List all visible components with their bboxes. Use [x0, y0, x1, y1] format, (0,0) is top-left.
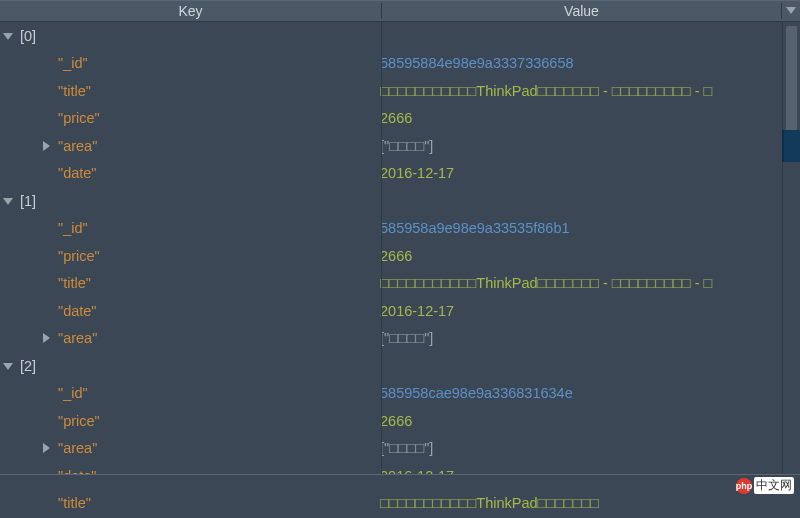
key-text: "title"	[58, 495, 91, 511]
expander-open-icon[interactable]	[2, 195, 14, 207]
key-cell: "title"	[40, 275, 380, 291]
key-cell: "_id"	[40, 385, 380, 401]
key-text: "area"	[58, 138, 97, 154]
value-cell: 585958a9e98e9a33535f86b1	[380, 220, 781, 236]
tree-row[interactable]: "area"["□□□□"]	[0, 132, 781, 160]
key-cell: [0]	[2, 28, 382, 44]
tree-row[interactable]: "date"2016-12-17	[0, 160, 781, 188]
key-text: "title"	[58, 83, 91, 99]
key-text: "date"	[58, 165, 97, 181]
tree-row[interactable]: "_id"585958cae98e9a336831634e	[0, 380, 781, 408]
value-cell: 2666	[380, 248, 781, 264]
value-cell: 2016-12-17	[380, 303, 781, 319]
value-cell: ["□□□□"]	[380, 440, 781, 456]
column-menu-button[interactable]	[782, 7, 800, 15]
key-text: [2]	[20, 358, 36, 374]
tree-row[interactable]: "_id"58595884e98e9a3337336658	[0, 50, 781, 78]
column-divider[interactable]	[381, 22, 382, 474]
key-text: "_id"	[58, 55, 88, 71]
key-text: "area"	[58, 330, 97, 346]
watermark-text: 中文网	[754, 477, 794, 494]
footer-bar	[0, 474, 800, 496]
tree-row[interactable]: "_id"585958a9e98e9a33535f86b1	[0, 215, 781, 243]
tree-row[interactable]: "area"["□□□□"]	[0, 435, 781, 463]
expander-closed-icon[interactable]	[40, 442, 52, 454]
expander-open-icon[interactable]	[2, 360, 14, 372]
key-text: [0]	[20, 28, 36, 44]
key-cell: [2]	[2, 358, 382, 374]
key-cell: "_id"	[40, 220, 380, 236]
tree-row[interactable]: "title"□□□□□□□□□□□ThinkPad□□□□□□□ - □□□□…	[0, 270, 781, 298]
key-cell: "price"	[40, 110, 380, 126]
data-tree[interactable]: [0]"_id"58595884e98e9a3337336658"title"□…	[0, 22, 781, 496]
value-cell: ["□□□□"]	[380, 138, 781, 154]
value-cell: 2016-12-17	[380, 165, 781, 181]
value-cell: ["□□□□"]	[380, 330, 781, 346]
key-cell: [1]	[2, 193, 382, 209]
key-text: "price"	[58, 248, 100, 264]
key-text: "_id"	[58, 385, 88, 401]
tree-row[interactable]: [2]	[0, 352, 781, 380]
column-header-key[interactable]: Key	[0, 3, 382, 19]
key-text: "title"	[58, 275, 91, 291]
value-cell: □□□□□□□□□□□ThinkPad□□□□□□□ - □□□□□□□□□ -…	[380, 83, 781, 99]
key-cell: "price"	[40, 248, 380, 264]
vertical-scrollbar[interactable]	[782, 22, 800, 474]
value-cell: 585958cae98e9a336831634e	[380, 385, 781, 401]
column-header-row: Key Value	[0, 0, 800, 22]
value-cell: 2666	[380, 413, 781, 429]
tree-row[interactable]: "price"2666	[0, 242, 781, 270]
tree-row[interactable]: "title"□□□□□□□□□□□ThinkPad□□□□□□□ - □□□□…	[0, 77, 781, 105]
expander-closed-icon[interactable]	[40, 140, 52, 152]
key-text: "date"	[58, 303, 97, 319]
key-text: "_id"	[58, 220, 88, 236]
chevron-down-icon	[786, 7, 796, 15]
key-text: "area"	[58, 440, 97, 456]
tree-row[interactable]: "price"2666	[0, 105, 781, 133]
key-cell: "title"	[40, 83, 380, 99]
key-text: "price"	[58, 413, 100, 429]
key-cell: "area"	[40, 138, 380, 154]
tree-row[interactable]: [1]	[0, 187, 781, 215]
key-cell: "date"	[40, 165, 380, 181]
value-cell: □□□□□□□□□□□ThinkPad□□□□□□□ - □□□□□□□□□ -…	[380, 275, 781, 291]
side-marker	[782, 130, 800, 162]
key-cell: "area"	[40, 330, 380, 346]
value-cell: 58595884e98e9a3337336658	[380, 55, 781, 71]
key-cell: "title"	[40, 495, 380, 511]
key-cell: "price"	[40, 413, 380, 429]
key-cell: "_id"	[40, 55, 380, 71]
key-cell: "date"	[40, 303, 380, 319]
expander-closed-icon[interactable]	[40, 332, 52, 344]
key-text: "price"	[58, 110, 100, 126]
value-cell: □□□□□□□□□□□ThinkPad□□□□□□□	[380, 495, 781, 511]
column-header-value[interactable]: Value	[382, 3, 782, 19]
tree-row[interactable]: "date"2016-12-17	[0, 297, 781, 325]
tree-row[interactable]: "area"["□□□□"]	[0, 325, 781, 353]
value-cell: 2666	[380, 110, 781, 126]
key-cell: "area"	[40, 440, 380, 456]
tree-row[interactable]: [0]	[0, 22, 781, 50]
expander-open-icon[interactable]	[2, 30, 14, 42]
php-logo-icon: php	[736, 478, 752, 494]
tree-row[interactable]: "price"2666	[0, 407, 781, 435]
watermark-badge: php 中文网	[736, 477, 794, 494]
key-text: [1]	[20, 193, 36, 209]
